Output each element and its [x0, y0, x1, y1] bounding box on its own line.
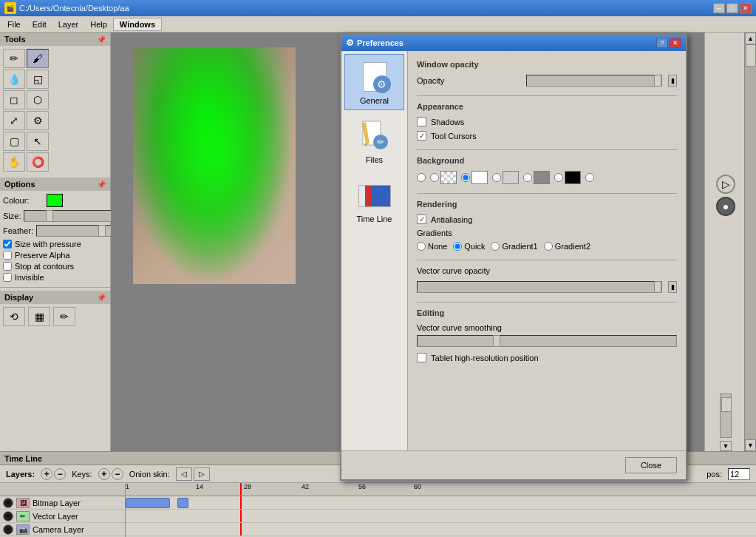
pref-item-files[interactable]: ✏ Files [344, 113, 404, 169]
dialog-help-btn[interactable]: ? [656, 38, 668, 48]
bg-white-input[interactable] [461, 173, 470, 182]
antialiasing-label: Antialiasing [431, 215, 472, 224]
bg-checker-swatch [440, 171, 457, 184]
bg-custom-radio [585, 173, 594, 182]
dialog-sidebar: ⚙ General ✏ [341, 51, 408, 450]
vector-opacity-slider[interactable] [417, 281, 662, 293]
dialog-close-button[interactable]: Close [625, 457, 677, 473]
shadows-checkbox[interactable] [417, 117, 426, 126]
files-pref-icon: ✏ [357, 118, 392, 154]
gradient-1-radio: Gradient1 [491, 242, 537, 251]
dialog-title-text: Preferences [357, 38, 403, 47]
dialog-title-controls: ? ✕ [656, 38, 681, 48]
svg-text:✏: ✏ [377, 137, 384, 147]
tool-cursors-checkbox[interactable] [417, 131, 426, 141]
bg-grey-light-swatch [503, 171, 519, 184]
bg-white-radio [461, 171, 488, 184]
bg-grey-dark-input[interactable] [523, 173, 532, 182]
rendering-title: Rendering [417, 200, 677, 209]
timeline-pref-icon [357, 178, 392, 213]
dialog-overlay: ⚙ Preferences ? ✕ ⚙ General [0, 0, 756, 537]
appearance-section: Appearance Shadows Tool Cursors [417, 102, 677, 141]
bg-grey-dark-radio [523, 171, 550, 184]
pref-item-timeline[interactable]: Time Line [344, 172, 404, 229]
pref-timeline-label: Time Line [357, 215, 392, 223]
dialog-title: ⚙ Preferences ? ✕ [341, 35, 686, 51]
background-options [417, 171, 677, 184]
bg-black-input[interactable] [554, 173, 563, 182]
divider-2 [417, 149, 677, 150]
background-title: Background [417, 156, 677, 165]
grad-1-input[interactable] [491, 242, 500, 251]
divider-5 [417, 302, 677, 303]
gradient-2-radio: Gradient2 [544, 242, 590, 251]
bg-grey-dark-swatch [534, 171, 550, 184]
vector-opacity-label: Vector curve opacity [417, 266, 490, 275]
divider-1 [417, 95, 677, 96]
bg-checker-radio [430, 171, 457, 184]
preferences-dialog: ⚙ Preferences ? ✕ ⚙ General [340, 33, 687, 481]
divider-3 [417, 193, 677, 194]
bg-grey-light-radio [492, 171, 519, 184]
vector-opacity-slider-row: ▮ [417, 281, 677, 293]
appearance-title: Appearance [417, 102, 677, 111]
vector-opacity-section: Vector curve opacity ▮ [417, 266, 677, 293]
grad-none-input[interactable] [417, 242, 426, 251]
grad-none-label: None [428, 242, 447, 251]
pref-general-label: General [360, 96, 389, 105]
bg-grey-light-input[interactable] [492, 173, 501, 182]
opacity-slider-end: ▮ [668, 75, 677, 87]
vector-opacity-slider-end: ▮ [668, 281, 677, 293]
grad-2-label: Gradient2 [555, 242, 590, 251]
window-opacity-section: Window opacity Opacity ▮ [417, 60, 677, 87]
antialiasing-row: Antialiasing [417, 215, 677, 224]
editing-title: Editing [417, 308, 677, 317]
dialog-title-left: ⚙ Preferences [346, 38, 403, 48]
dialog-content: Window opacity Opacity ▮ Appearance Shad… [408, 51, 686, 450]
tablet-highres-checkbox[interactable] [417, 353, 426, 362]
gradient-none-radio: None [417, 242, 447, 251]
dialog-body: ⚙ General ✏ [341, 51, 686, 450]
rendering-section: Rendering Antialiasing Gradients None [417, 200, 677, 251]
bg-black-radio [554, 171, 581, 184]
dialog-footer: Close [341, 450, 686, 479]
tablet-highres-label: Tablet high-resolution position [431, 354, 539, 362]
smoothing-slider[interactable] [417, 335, 677, 347]
vector-smoothing-label: Vector curve smoothing [417, 323, 677, 332]
grad-quick-label: Quick [464, 242, 485, 251]
grad-2-input[interactable] [544, 242, 553, 251]
pref-files-label: Files [366, 155, 383, 164]
gradients-row: Gradients [417, 229, 677, 237]
bg-none-input[interactable] [417, 173, 426, 182]
general-pref-icon: ⚙ [357, 59, 392, 95]
opacity-label: Opacity [417, 76, 520, 85]
bg-custom-input[interactable] [585, 173, 594, 182]
background-section: Background [417, 156, 677, 184]
bg-black-swatch [565, 171, 581, 184]
vector-opacity-row: Vector curve opacity [417, 266, 677, 275]
dialog-title-icon: ⚙ [346, 38, 354, 48]
antialiasing-checkbox[interactable] [417, 215, 426, 224]
gradients-label: Gradients [417, 229, 452, 237]
gradient-options: None Quick Gradient1 Gradient2 [417, 242, 677, 251]
bg-checker-input[interactable] [430, 173, 439, 182]
tool-cursors-label: Tool Cursors [431, 132, 477, 141]
opacity-slider[interactable] [526, 75, 662, 87]
bg-white-swatch [471, 171, 488, 184]
pref-item-general[interactable]: ⚙ General [344, 54, 404, 110]
shadows-row: Shadows [417, 117, 677, 126]
tablet-highres-row: Tablet high-resolution position [417, 353, 677, 362]
bg-none-radio [417, 173, 426, 182]
shadows-label: Shadows [431, 118, 464, 126]
editing-section: Editing Vector curve smoothing Tablet hi… [417, 308, 677, 362]
window-opacity-title: Window opacity [417, 60, 677, 69]
gradient-quick-radio: Quick [453, 242, 485, 251]
divider-4 [417, 260, 677, 260]
tool-cursors-row: Tool Cursors [417, 131, 677, 141]
grad-quick-input[interactable] [453, 242, 462, 251]
opacity-row: Opacity ▮ [417, 75, 677, 87]
grad-1-label: Gradient1 [502, 242, 537, 251]
dialog-close-btn[interactable]: ✕ [670, 38, 681, 48]
smoothing-row [417, 335, 677, 347]
